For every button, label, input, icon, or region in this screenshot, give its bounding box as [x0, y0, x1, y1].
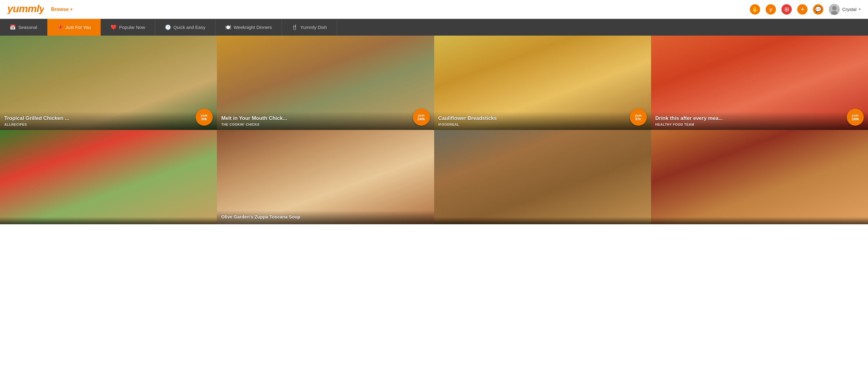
weeknight-dinners-label: Weeknight Dinners — [234, 25, 272, 30]
quick-easy-icon: 🕐 — [165, 24, 171, 30]
recipe-source-3: IFOODREAL — [438, 122, 647, 126]
browse-caret-icon: ▾ — [70, 7, 72, 11]
yum-count-1: 60k — [202, 117, 207, 121]
yum-label-2: yum — [418, 114, 425, 117]
yummly-dish-label: Yummly Dish — [300, 25, 327, 30]
recipe-title-2: Melt in Your Mouth Chick... — [221, 115, 430, 121]
tab-popular-now[interactable]: ❤️ Popular Now — [101, 19, 155, 36]
recipe-image-6 — [217, 130, 434, 224]
yum-count-4: 188k — [851, 117, 859, 121]
recipe-card-4[interactable]: Drink this after every mea... HEALTHY FO… — [651, 36, 868, 130]
recipe-card-3[interactable]: Cauliflower Breadsticks IFOODREAL yum 87… — [434, 36, 651, 130]
recipe-source-4: HEALTHY FOOD TEAM — [655, 122, 864, 126]
tab-yummly-dish[interactable]: 🍴 Yummly Dish — [282, 19, 337, 36]
recipe-source-1: ALLRECIPES — [4, 122, 213, 126]
recipe-overlay-2: Melt in Your Mouth Chick... THE COOKIN' … — [217, 112, 434, 130]
browse-button[interactable]: Browse ▾ — [51, 7, 72, 12]
nav-tabs: 📅 Seasonal 📌 Just For You ❤️ Popular Now… — [0, 19, 868, 36]
tab-quick-easy[interactable]: 🕐 Quick and Easy — [155, 19, 215, 36]
recipe-title-4: Drink this after every mea... — [655, 115, 864, 121]
plus-icon[interactable]: + — [797, 4, 808, 15]
tab-seasonal[interactable]: 📅 Seasonal — [0, 19, 48, 36]
yummly-icon[interactable]: y — [766, 4, 776, 15]
recipe-overlay-5 — [0, 217, 217, 224]
recipe-card-5[interactable] — [0, 130, 217, 224]
yum-badge-4[interactable]: yum 188k — [847, 109, 864, 126]
recipe-card-2[interactable]: Melt in Your Mouth Chick... THE COOKIN' … — [217, 36, 434, 130]
browse-label: Browse — [51, 7, 69, 12]
weeknight-dinners-icon: 🍽️ — [225, 24, 231, 30]
avatar-image — [829, 4, 840, 15]
just-for-you-label: Just For You — [66, 25, 91, 30]
recipe-source-2: THE COOKIN' CHICKS — [221, 122, 430, 126]
yum-count-3: 87k — [636, 117, 641, 121]
recipe-grid: Tropical Grilled Chicken ... ALLRECIPES … — [0, 36, 868, 224]
recipe-overlay-3: Cauliflower Breadsticks IFOODREAL — [434, 112, 651, 130]
yummly-dish-icon: 🍴 — [292, 24, 298, 30]
header-actions: ✋ y ⊞ + 💬 Crystal ▾ — [750, 4, 861, 15]
quick-easy-label: Quick and Easy — [174, 25, 206, 30]
recipe-overlay-4: Drink this after every mea... HEALTHY FO… — [651, 112, 868, 130]
svg-point-2 — [832, 6, 836, 10]
yum-label-4: yum — [852, 114, 859, 117]
recipe-image-7 — [434, 130, 651, 224]
recipe-overlay-8 — [651, 217, 868, 224]
recipe-card-8[interactable] — [651, 130, 868, 224]
yum-badge-2[interactable]: yum 240k — [413, 109, 430, 126]
header: yummly Browse ▾ ✋ y ⊞ + 💬 Crystal ▾ — [0, 0, 868, 19]
recipe-title-3: Cauliflower Breadsticks — [438, 115, 647, 121]
recipe-overlay-6: Olive Garden's Zuppa Toscana Soup — [217, 211, 434, 224]
recipe-image-5 — [0, 130, 217, 224]
yum-badge-3[interactable]: yum 87k — [630, 109, 647, 126]
recipe-card-1[interactable]: Tropical Grilled Chicken ... ALLRECIPES … — [0, 36, 217, 130]
recipe-title-1: Tropical Grilled Chicken ... — [4, 115, 213, 121]
recipe-card-7[interactable] — [434, 130, 651, 224]
yum-count-2: 240k — [417, 117, 425, 121]
svg-text:yummly: yummly — [7, 3, 44, 14]
yum-label-1: yum — [201, 114, 208, 117]
logo[interactable]: yummly — [7, 2, 44, 16]
tab-just-for-you[interactable]: 📌 Just For You — [48, 19, 101, 36]
popular-now-label: Popular Now — [119, 25, 145, 30]
recipe-overlay-1: Tropical Grilled Chicken ... ALLRECIPES — [0, 112, 217, 130]
tab-weeknight-dinners[interactable]: 🍽️ Weeknight Dinners — [215, 19, 282, 36]
recipe-title-6: Olive Garden's Zuppa Toscana Soup — [221, 214, 430, 219]
recipe-image-8 — [651, 130, 868, 224]
popular-now-icon: ❤️ — [111, 24, 117, 30]
user-avatar[interactable]: Crystal ▾ — [829, 4, 861, 15]
just-for-you-icon: 📌 — [57, 24, 63, 30]
seasonal-icon: 📅 — [10, 24, 16, 30]
recipe-card-6[interactable]: Olive Garden's Zuppa Toscana Soup — [217, 130, 434, 224]
user-name: Crystal — [842, 7, 857, 12]
chat-icon[interactable]: 💬 — [813, 4, 823, 15]
hand-icon[interactable]: ✋ — [750, 4, 760, 15]
grid-icon[interactable]: ⊞ — [781, 4, 792, 15]
user-caret-icon: ▾ — [859, 7, 861, 11]
yum-badge-1[interactable]: yum 60k — [196, 109, 213, 126]
yum-label-3: yum — [635, 114, 642, 117]
seasonal-label: Seasonal — [18, 25, 37, 30]
recipe-overlay-7 — [434, 217, 651, 224]
